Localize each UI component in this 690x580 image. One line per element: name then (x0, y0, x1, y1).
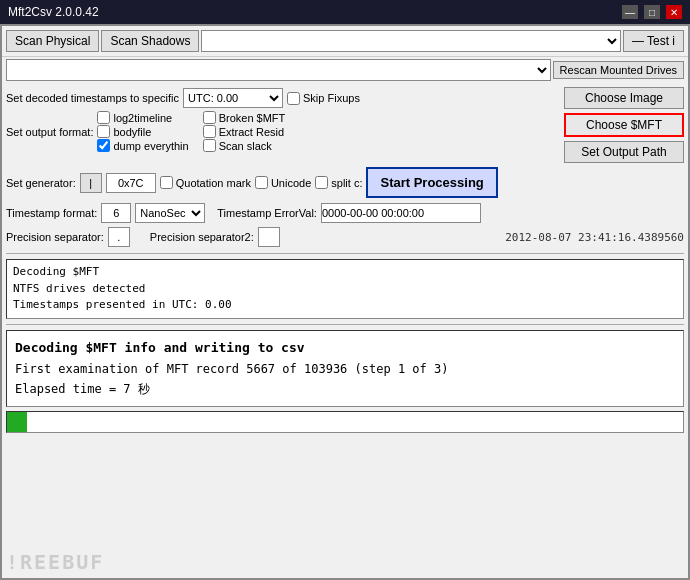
unicode-label: Unicode (271, 177, 311, 189)
status-area: Decoding $MFT info and writing to csv Fi… (6, 330, 684, 407)
skip-fixups-check[interactable]: Skip Fixups (287, 92, 360, 105)
utc-dropdown[interactable]: UTC: 0.00 (183, 88, 283, 108)
progress-bar-fill (7, 412, 27, 432)
log-area: Decoding $MFT NTFS drives detected Times… (6, 259, 684, 319)
log2timeline-checkbox[interactable] (97, 111, 110, 124)
set-output-path-button[interactable]: Set Output Path (564, 141, 684, 163)
close-button[interactable]: ✕ (666, 5, 682, 19)
generator-inline-button[interactable]: | (80, 173, 102, 193)
output-format-row: Set output format: log2timeline bodyfile (6, 111, 556, 152)
dump-everything-checkbox[interactable] (97, 139, 110, 152)
quotation-mark-checkbox[interactable] (160, 176, 173, 189)
drive-dropdown[interactable] (201, 30, 620, 52)
scan-physical-button[interactable]: Scan Physical (6, 30, 99, 52)
extract-resid-check[interactable]: Extract Resid (203, 125, 286, 138)
rescan-button[interactable]: Rescan Mounted Drives (553, 61, 684, 79)
bodyfile-checkbox[interactable] (97, 125, 110, 138)
precision-sep2-label: Precision separator2: (150, 231, 254, 243)
second-row: Rescan Mounted Drives (2, 57, 688, 83)
timestamp-row: Set decoded timestamps to specific UTC: … (6, 87, 556, 109)
status-title: Decoding $MFT info and writing to csv (15, 337, 675, 359)
timestamp-display: 2012-08-07 23:41:16.4389560 (505, 231, 684, 244)
precision-dropdown[interactable]: NanoSec MicroSec MilliSec (135, 203, 205, 223)
toolbar: Scan Physical Scan Shadows — Test i (2, 26, 688, 57)
utc-row: Set decoded timestamps to specific UTC: … (6, 87, 684, 163)
quotation-mark-check[interactable]: Quotation mark (160, 176, 251, 189)
precision-sep2-input[interactable] (258, 227, 280, 247)
output-format-label: Set output format: (6, 126, 93, 138)
timestamp-format-label: Timestamp format: (6, 207, 97, 219)
choose-image-button[interactable]: Choose Image (564, 87, 684, 109)
log-line-1: Decoding $MFT (13, 264, 677, 281)
precision-sep-label: Precision separator: (6, 231, 104, 243)
timestamp-error-input[interactable] (321, 203, 481, 223)
precision-sep-row: Precision separator: Precision separator… (6, 226, 684, 248)
left-section: Set decoded timestamps to specific UTC: … (6, 87, 556, 152)
start-processing-button[interactable]: Start Processing (366, 167, 497, 198)
status-line1: First examination of MFT record 5667 of … (15, 359, 675, 379)
timestamp-format-row: Timestamp format: NanoSec MicroSec Milli… (6, 202, 684, 224)
minimize-button[interactable]: — (622, 5, 638, 19)
log2timeline-label: log2timeline (113, 112, 172, 124)
test-button[interactable]: — Test i (623, 30, 684, 52)
split-c-label: split c: (331, 177, 362, 189)
extract-resid-label: Extract Resid (219, 126, 284, 138)
scan-slack-label: Scan slack (219, 140, 272, 152)
timestamp-error-label: Timestamp ErrorVal: (217, 207, 317, 219)
log-line-3: Timestamps presented in UTC: 0.00 (13, 297, 677, 314)
unicode-checkbox[interactable] (255, 176, 268, 189)
content-area: Set decoded timestamps to specific UTC: … (2, 83, 688, 548)
output-checkboxes: log2timeline bodyfile dump everythin (97, 111, 188, 152)
precision-num-input[interactable] (101, 203, 131, 223)
log2timeline-check[interactable]: log2timeline (97, 111, 188, 124)
skip-fixups-label: Skip Fixups (303, 92, 360, 104)
dump-everything-check[interactable]: dump everythin (97, 139, 188, 152)
right-checkboxes: Broken $MFT Extract Resid Scan slack (203, 111, 286, 152)
window-title: Mft2Csv 2.0.0.42 (8, 5, 99, 19)
hex-input[interactable] (106, 173, 156, 193)
split-c-check[interactable]: split c: (315, 176, 362, 189)
dump-everything-label: dump everythin (113, 140, 188, 152)
title-bar: Mft2Csv 2.0.0.42 — □ ✕ (0, 0, 690, 24)
right-buttons: Choose Image Choose $MFT Set Output Path (564, 87, 684, 163)
progress-bar-container (6, 411, 684, 433)
main-window: Scan Physical Scan Shadows — Test i Resc… (0, 24, 690, 580)
quotation-mark-label: Quotation mark (176, 177, 251, 189)
broken-mft-check[interactable]: Broken $MFT (203, 111, 286, 124)
generator-label: Set generator: (6, 177, 76, 189)
generator-row: Set generator: | Quotation mark Unicode … (6, 167, 684, 198)
window-controls: — □ ✕ (622, 5, 682, 19)
scan-slack-checkbox[interactable] (203, 139, 216, 152)
watermark-area: !REEBUF (2, 548, 688, 578)
unicode-check[interactable]: Unicode (255, 176, 311, 189)
watermark-text: !REEBUF (6, 550, 104, 574)
bodyfile-label: bodyfile (113, 126, 151, 138)
split-c-checkbox[interactable] (315, 176, 328, 189)
extract-resid-checkbox[interactable] (203, 125, 216, 138)
maximize-button[interactable]: □ (644, 5, 660, 19)
broken-mft-label: Broken $MFT (219, 112, 286, 124)
status-line2: Elapsed time = 7 秒 (15, 379, 675, 399)
image-dropdown[interactable] (6, 59, 551, 81)
precision-sep-input[interactable] (108, 227, 130, 247)
bodyfile-check[interactable]: bodyfile (97, 125, 188, 138)
scan-shadows-button[interactable]: Scan Shadows (101, 30, 199, 52)
timestamp-label: Set decoded timestamps to specific (6, 92, 179, 104)
choose-mft-button[interactable]: Choose $MFT (564, 113, 684, 137)
skip-fixups-checkbox[interactable] (287, 92, 300, 105)
log-line-2: NTFS drives detected (13, 281, 677, 298)
scan-slack-check[interactable]: Scan slack (203, 139, 286, 152)
broken-mft-checkbox[interactable] (203, 111, 216, 124)
